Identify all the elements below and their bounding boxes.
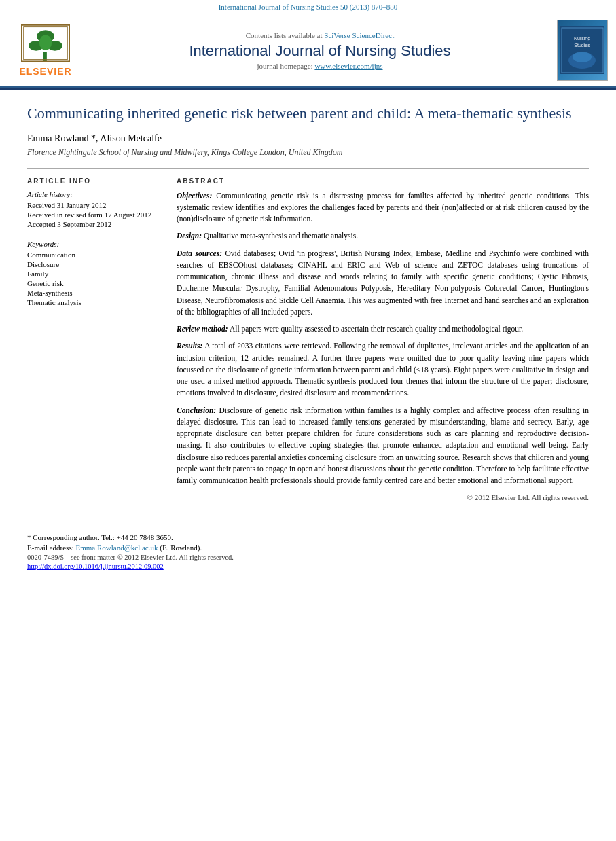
date-received: Received 31 January 2012 <box>27 201 163 209</box>
abstract-conclusion: Conclusion: Disclosure of genetic risk i… <box>177 405 589 487</box>
journal-cover-image: Nursing Studies <box>560 26 604 74</box>
journal-homepage: journal homepage: www.elsevier.com/ijns <box>91 62 549 70</box>
svg-text:Nursing: Nursing <box>574 36 590 41</box>
keyword-disclosure: Disclosure <box>27 260 163 268</box>
keyword-family: Family <box>27 270 163 278</box>
design-text: Qualitative meta-synthesis and thematic … <box>202 232 358 240</box>
journal-header: ELSEVIER Contents lists available at Sci… <box>0 14 616 88</box>
abstract-design: Design: Qualitative meta-synthesis and t… <box>177 230 589 242</box>
corresponding-text: * Corresponding author. Tel.: +44 20 784… <box>27 533 173 541</box>
conclusion-text: Disclosure of genetic risk information w… <box>177 406 589 485</box>
keyword-genetic-risk: Genetic risk <box>27 279 163 287</box>
conclusion-label: Conclusion: <box>177 406 216 414</box>
science-direct-line: Contents lists available at SciVerse Sci… <box>91 31 549 39</box>
two-column-layout: ARTICLE INFO Article history: Received 3… <box>27 177 589 502</box>
journal-name: International Journal of Nursing Studies <box>91 42 549 60</box>
keyword-thematic-analysis: Thematic analysis <box>27 298 163 306</box>
footer: * Corresponding author. Tel.: +44 20 784… <box>0 533 616 581</box>
svg-text:Studies: Studies <box>574 43 590 48</box>
svg-rect-0 <box>43 52 47 62</box>
history-label: Article history: <box>27 190 163 198</box>
journal-url[interactable]: www.elsevier.com/ijns <box>314 62 382 70</box>
email-note: E-mail address: Emma.Rowland@kcl.ac.uk (… <box>27 543 589 552</box>
title-divider <box>27 168 589 169</box>
doi-link[interactable]: http://dx.doi.org/10.1016/j.ijnurstu.201… <box>27 562 589 570</box>
article-info-header: ARTICLE INFO <box>27 177 163 185</box>
elsevier-brand-text: ELSEVIER <box>19 66 71 77</box>
issn-line: 0020-7489/$ – see front matter © 2012 El… <box>27 554 589 561</box>
elsevier-tree-icon <box>18 24 73 65</box>
objectives-text: Communicating genetic risk is a distress… <box>177 192 589 223</box>
svg-point-12 <box>573 52 592 62</box>
keyword-communication: Communication <box>27 251 163 259</box>
design-label: Design: <box>177 232 202 240</box>
info-divider <box>27 234 163 234</box>
review-method-label: Review method: <box>177 325 228 333</box>
top-citation-bar: International Journal of Nursing Studies… <box>0 0 616 14</box>
keyword-meta-synthesis: Meta-synthesis <box>27 289 163 297</box>
abstract-objectives: Objectives: Communicating genetic risk i… <box>177 190 589 226</box>
abstract-column: ABSTRACT Objectives: Communicating genet… <box>177 177 589 502</box>
keywords-label: Keywords: <box>27 240 163 248</box>
article-info-column: ARTICLE INFO Article history: Received 3… <box>27 177 163 502</box>
doi-url[interactable]: http://dx.doi.org/10.1016/j.ijnurstu.201… <box>27 562 164 570</box>
copyright: © 2012 Elsevier Ltd. All rights reserved… <box>177 493 589 501</box>
paper-content: Communicating inherited genetic risk bet… <box>0 90 616 515</box>
authors: Emma Rowland *, Alison Metcalfe <box>27 133 589 144</box>
abstract-header: ABSTRACT <box>177 177 589 185</box>
abstract-data-sources: Data sources: Ovid databases; Ovid 'in p… <box>177 248 589 319</box>
abstract-review-method: Review method: All papers were quality a… <box>177 323 589 335</box>
affiliation: Florence Nightingale School of Nursing a… <box>27 147 589 158</box>
email-label: E-mail address: <box>27 543 74 552</box>
paper-title: Communicating inherited genetic risk bet… <box>27 104 589 124</box>
review-method-text: All papers were quality assessed to asce… <box>228 325 523 333</box>
science-direct-link[interactable]: SciVerse ScienceDirect <box>324 31 394 39</box>
data-sources-label: Data sources: <box>177 249 222 257</box>
results-label: Results: <box>177 342 202 350</box>
email-link[interactable]: Emma.Rowland@kcl.ac.uk <box>75 543 158 552</box>
results-text: A total of 2033 citations were retrieved… <box>177 342 589 397</box>
footer-divider <box>0 526 616 526</box>
abstract-results: Results: A total of 2033 citations were … <box>177 340 589 399</box>
corresponding-note: * Corresponding author. Tel.: +44 20 784… <box>27 533 589 541</box>
elsevier-logo: ELSEVIER <box>8 24 83 77</box>
date-revised: Received in revised form 17 August 2012 <box>27 211 163 219</box>
journal-center: Contents lists available at SciVerse Sci… <box>91 31 549 70</box>
date-accepted: Accepted 3 September 2012 <box>27 220 163 228</box>
journal-thumbnail: Nursing Studies <box>557 20 608 81</box>
email-suffix: (E. Rowland). <box>160 543 202 552</box>
objectives-label: Objectives: <box>177 192 212 200</box>
journal-citation: International Journal of Nursing Studies… <box>219 3 398 11</box>
data-sources-text: Ovid databases; Ovid 'in progress', Brit… <box>177 249 589 316</box>
svg-point-4 <box>39 35 52 50</box>
